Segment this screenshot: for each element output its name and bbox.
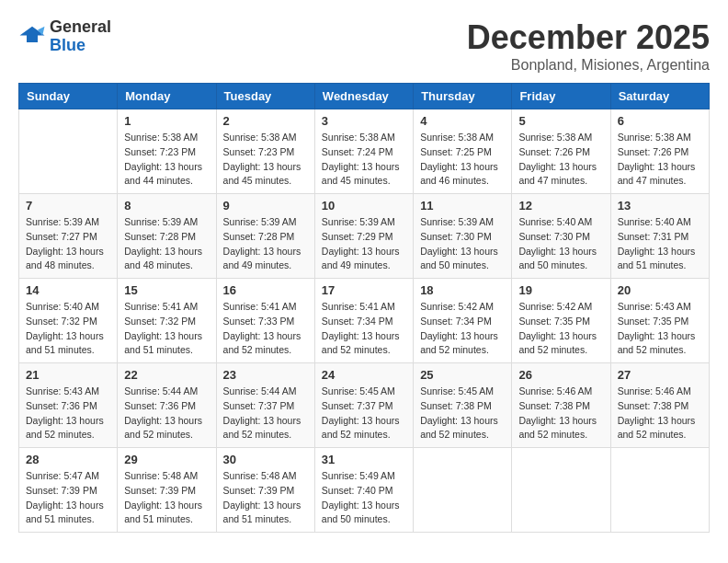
logo-general: General bbox=[50, 18, 111, 37]
calendar-cell bbox=[19, 109, 118, 194]
day-number: 15 bbox=[124, 283, 209, 297]
day-info: Sunrise: 5:40 AM Sunset: 7:31 PM Dayligh… bbox=[618, 215, 702, 273]
calendar-cell: 1Sunrise: 5:38 AM Sunset: 7:23 PM Daylig… bbox=[118, 109, 216, 194]
day-info: Sunrise: 5:38 AM Sunset: 7:26 PM Dayligh… bbox=[618, 131, 702, 189]
calendar-cell: 3Sunrise: 5:38 AM Sunset: 7:24 PM Daylig… bbox=[314, 109, 413, 194]
calendar-week-row: 28Sunrise: 5:47 AM Sunset: 7:39 PM Dayli… bbox=[19, 448, 710, 533]
calendar-cell: 7Sunrise: 5:39 AM Sunset: 7:27 PM Daylig… bbox=[19, 194, 118, 279]
weekday-header: Sunday bbox=[19, 84, 118, 109]
calendar-cell: 10Sunrise: 5:39 AM Sunset: 7:29 PM Dayli… bbox=[314, 194, 413, 279]
day-number: 2 bbox=[223, 114, 308, 128]
calendar-cell: 26Sunrise: 5:46 AM Sunset: 7:38 PM Dayli… bbox=[512, 363, 610, 448]
day-info: Sunrise: 5:45 AM Sunset: 7:37 PM Dayligh… bbox=[322, 385, 406, 442]
calendar-cell: 2Sunrise: 5:38 AM Sunset: 7:23 PM Daylig… bbox=[216, 109, 314, 194]
day-number: 28 bbox=[26, 453, 110, 466]
calendar-cell: 29Sunrise: 5:48 AM Sunset: 7:39 PM Dayli… bbox=[118, 448, 216, 533]
calendar-week-row: 1Sunrise: 5:38 AM Sunset: 7:23 PM Daylig… bbox=[19, 109, 710, 194]
weekday-header: Tuesday bbox=[216, 84, 314, 109]
day-info: Sunrise: 5:48 AM Sunset: 7:39 PM Dayligh… bbox=[124, 469, 209, 527]
calendar-header: SundayMondayTuesdayWednesdayThursdayFrid… bbox=[19, 84, 710, 109]
calendar-cell: 21Sunrise: 5:43 AM Sunset: 7:36 PM Dayli… bbox=[19, 363, 118, 448]
day-number: 3 bbox=[322, 114, 406, 128]
day-number: 22 bbox=[124, 368, 209, 382]
weekday-header: Monday bbox=[118, 84, 216, 109]
calendar-cell: 6Sunrise: 5:38 AM Sunset: 7:26 PM Daylig… bbox=[610, 109, 709, 194]
calendar-cell: 5Sunrise: 5:38 AM Sunset: 7:26 PM Daylig… bbox=[512, 109, 610, 194]
day-info: Sunrise: 5:45 AM Sunset: 7:38 PM Dayligh… bbox=[420, 385, 505, 442]
day-info: Sunrise: 5:42 AM Sunset: 7:35 PM Dayligh… bbox=[518, 300, 603, 358]
day-number: 10 bbox=[322, 199, 406, 213]
day-info: Sunrise: 5:39 AM Sunset: 7:30 PM Dayligh… bbox=[420, 215, 505, 273]
day-info: Sunrise: 5:40 AM Sunset: 7:32 PM Dayligh… bbox=[26, 300, 110, 358]
day-number: 12 bbox=[518, 199, 603, 213]
weekday-header: Saturday bbox=[610, 84, 709, 109]
day-number: 8 bbox=[124, 199, 209, 213]
day-info: Sunrise: 5:38 AM Sunset: 7:23 PM Dayligh… bbox=[124, 131, 209, 189]
day-number: 21 bbox=[26, 368, 110, 382]
month-title: December 2025 bbox=[467, 18, 710, 57]
day-number: 31 bbox=[322, 453, 406, 466]
day-info: Sunrise: 5:43 AM Sunset: 7:36 PM Dayligh… bbox=[26, 385, 110, 442]
day-number: 20 bbox=[618, 283, 702, 297]
calendar-cell bbox=[414, 448, 512, 533]
calendar-cell bbox=[512, 448, 610, 533]
logo-bird-icon bbox=[18, 23, 46, 51]
day-number: 29 bbox=[124, 453, 209, 466]
day-number: 1 bbox=[124, 114, 209, 128]
calendar-cell bbox=[610, 448, 709, 533]
day-info: Sunrise: 5:42 AM Sunset: 7:34 PM Dayligh… bbox=[420, 300, 505, 358]
day-number: 6 bbox=[618, 114, 702, 128]
calendar-cell: 24Sunrise: 5:45 AM Sunset: 7:37 PM Dayli… bbox=[314, 363, 413, 448]
calendar-week-row: 14Sunrise: 5:40 AM Sunset: 7:32 PM Dayli… bbox=[19, 279, 710, 363]
calendar-cell: 28Sunrise: 5:47 AM Sunset: 7:39 PM Dayli… bbox=[19, 448, 118, 533]
calendar-week-row: 21Sunrise: 5:43 AM Sunset: 7:36 PM Dayli… bbox=[19, 363, 710, 448]
day-info: Sunrise: 5:46 AM Sunset: 7:38 PM Dayligh… bbox=[618, 385, 702, 442]
day-number: 7 bbox=[26, 199, 110, 213]
day-info: Sunrise: 5:41 AM Sunset: 7:33 PM Dayligh… bbox=[223, 300, 308, 358]
day-info: Sunrise: 5:38 AM Sunset: 7:26 PM Dayligh… bbox=[518, 131, 603, 189]
day-number: 4 bbox=[420, 114, 505, 128]
calendar-cell: 31Sunrise: 5:49 AM Sunset: 7:40 PM Dayli… bbox=[314, 448, 413, 533]
day-info: Sunrise: 5:38 AM Sunset: 7:23 PM Dayligh… bbox=[223, 131, 308, 189]
calendar-cell: 25Sunrise: 5:45 AM Sunset: 7:38 PM Dayli… bbox=[414, 363, 512, 448]
calendar-cell: 23Sunrise: 5:44 AM Sunset: 7:37 PM Dayli… bbox=[216, 363, 314, 448]
day-info: Sunrise: 5:47 AM Sunset: 7:39 PM Dayligh… bbox=[26, 469, 110, 527]
day-info: Sunrise: 5:44 AM Sunset: 7:37 PM Dayligh… bbox=[223, 385, 308, 442]
calendar-cell: 8Sunrise: 5:39 AM Sunset: 7:28 PM Daylig… bbox=[118, 194, 216, 279]
weekday-header: Wednesday bbox=[314, 84, 413, 109]
weekday-row: SundayMondayTuesdayWednesdayThursdayFrid… bbox=[19, 84, 710, 109]
calendar-cell: 22Sunrise: 5:44 AM Sunset: 7:36 PM Dayli… bbox=[118, 363, 216, 448]
logo-blue: Blue bbox=[50, 37, 111, 55]
day-number: 27 bbox=[618, 368, 702, 382]
day-number: 13 bbox=[618, 199, 702, 213]
day-number: 24 bbox=[322, 368, 406, 382]
calendar-cell: 17Sunrise: 5:41 AM Sunset: 7:34 PM Dayli… bbox=[314, 279, 413, 363]
weekday-header: Thursday bbox=[414, 84, 512, 109]
day-info: Sunrise: 5:44 AM Sunset: 7:36 PM Dayligh… bbox=[124, 385, 209, 442]
day-info: Sunrise: 5:39 AM Sunset: 7:27 PM Dayligh… bbox=[26, 215, 110, 273]
calendar-cell: 9Sunrise: 5:39 AM Sunset: 7:28 PM Daylig… bbox=[216, 194, 314, 279]
day-number: 17 bbox=[322, 283, 406, 297]
calendar-cell: 13Sunrise: 5:40 AM Sunset: 7:31 PM Dayli… bbox=[610, 194, 709, 279]
day-info: Sunrise: 5:40 AM Sunset: 7:30 PM Dayligh… bbox=[518, 215, 603, 273]
day-info: Sunrise: 5:41 AM Sunset: 7:32 PM Dayligh… bbox=[124, 300, 209, 358]
day-number: 14 bbox=[26, 283, 110, 297]
day-number: 25 bbox=[420, 368, 505, 382]
day-info: Sunrise: 5:38 AM Sunset: 7:24 PM Dayligh… bbox=[322, 131, 406, 189]
day-info: Sunrise: 5:49 AM Sunset: 7:40 PM Dayligh… bbox=[322, 469, 406, 527]
day-number: 16 bbox=[223, 283, 308, 297]
day-info: Sunrise: 5:48 AM Sunset: 7:39 PM Dayligh… bbox=[223, 469, 308, 527]
day-info: Sunrise: 5:38 AM Sunset: 7:25 PM Dayligh… bbox=[420, 131, 505, 189]
day-number: 9 bbox=[223, 199, 308, 213]
calendar-body: 1Sunrise: 5:38 AM Sunset: 7:23 PM Daylig… bbox=[19, 109, 710, 533]
calendar-cell: 11Sunrise: 5:39 AM Sunset: 7:30 PM Dayli… bbox=[414, 194, 512, 279]
day-number: 11 bbox=[420, 199, 505, 213]
calendar-cell: 20Sunrise: 5:43 AM Sunset: 7:35 PM Dayli… bbox=[610, 279, 709, 363]
logo-text: General Blue bbox=[50, 18, 111, 55]
day-info: Sunrise: 5:39 AM Sunset: 7:29 PM Dayligh… bbox=[322, 215, 406, 273]
calendar-cell: 14Sunrise: 5:40 AM Sunset: 7:32 PM Dayli… bbox=[19, 279, 118, 363]
day-number: 23 bbox=[223, 368, 308, 382]
title-section: December 2025 Bonpland, Misiones, Argent… bbox=[467, 18, 710, 74]
calendar-cell: 12Sunrise: 5:40 AM Sunset: 7:30 PM Dayli… bbox=[512, 194, 610, 279]
day-number: 30 bbox=[223, 453, 308, 466]
